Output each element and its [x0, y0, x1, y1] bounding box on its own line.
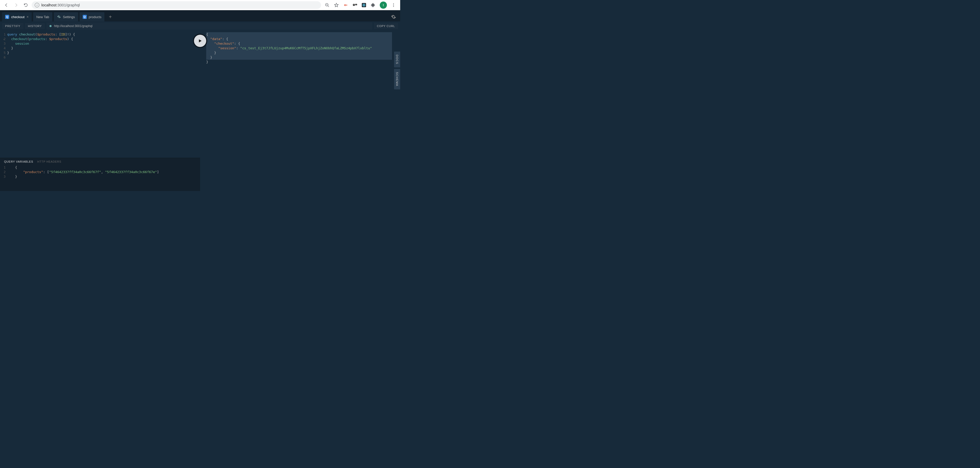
- graphql-playground: Q checkout × New Tab Settings Q products…: [0, 10, 400, 191]
- extension-icon-3[interactable]: [361, 3, 366, 8]
- variables-code[interactable]: { "products": ["5f4642337ff34a0c3c66f67f…: [7, 165, 200, 190]
- tab-query-variables[interactable]: QUERY VARIABLES: [4, 160, 33, 163]
- line-gutter: 1 2 3: [0, 165, 7, 190]
- line-gutter: 1 ▾ 2 3 4 5 6: [0, 32, 7, 156]
- playground-toolbar: PRETTIFY HISTORY http://localhost:3001/g…: [0, 21, 400, 31]
- profile-avatar[interactable]: t: [380, 2, 387, 9]
- endpoint-input[interactable]: http://localhost:3001/graphql: [46, 22, 372, 30]
- svg-line-1: [328, 6, 329, 7]
- tab-label: Settings: [63, 15, 75, 19]
- svg-point-5: [354, 4, 355, 5]
- svg-point-9: [363, 5, 364, 5]
- query-icon: Q: [83, 15, 87, 19]
- extension-icon-1[interactable]: [343, 3, 348, 8]
- extensions-menu-icon[interactable]: [371, 3, 375, 8]
- result-code: { "data": { "checkout": { "session": "cs…: [206, 32, 400, 64]
- gear-icon: [57, 15, 61, 19]
- browser-toolbar: i localhost:3001/graphql 2 t: [0, 0, 400, 10]
- bookmark-icon[interactable]: [334, 3, 339, 8]
- query-editor[interactable]: 1 ▾ 2 3 4 5 6 query checkout($products: …: [0, 31, 200, 158]
- browser-actions: 2 t: [323, 2, 398, 9]
- endpoint-url: http://localhost:3001/graphql: [54, 24, 93, 28]
- address-bar[interactable]: i localhost:3001/graphql: [32, 1, 321, 9]
- tab-label: products: [89, 15, 102, 19]
- browser-menu-icon[interactable]: [391, 3, 396, 8]
- variables-tabs: QUERY VARIABLES HTTP HEADERS: [0, 158, 200, 164]
- tab-http-headers[interactable]: HTTP HEADERS: [37, 160, 61, 163]
- history-button[interactable]: HISTORY: [25, 23, 45, 29]
- close-icon[interactable]: ×: [27, 15, 29, 19]
- add-tab-button[interactable]: +: [106, 13, 115, 21]
- extension-icon-2[interactable]: 2: [352, 3, 357, 8]
- tab-products[interactable]: Q products: [80, 12, 105, 21]
- forward-button[interactable]: [12, 1, 20, 9]
- query-icon: Q: [5, 15, 9, 19]
- query-code[interactable]: query checkout($products: [ID]!) { check…: [7, 32, 200, 156]
- svg-point-14: [393, 5, 394, 5]
- query-editor-pane: 1 ▾ 2 3 4 5 6 query checkout($products: …: [0, 31, 200, 191]
- schema-tab[interactable]: SCHEMA: [394, 69, 400, 89]
- zoom-icon[interactable]: [325, 3, 330, 8]
- svg-point-13: [393, 3, 394, 4]
- playground-settings-button[interactable]: [389, 12, 398, 21]
- tab-settings[interactable]: Settings: [54, 12, 78, 21]
- svg-point-15: [393, 6, 394, 6]
- variables-editor[interactable]: 1 2 3 { "products": ["5f4642337ff34a0c3c…: [0, 164, 200, 191]
- back-button[interactable]: [3, 1, 10, 9]
- svg-point-4: [353, 4, 354, 5]
- url-text: localhost:3001/graphql: [41, 3, 80, 7]
- prettify-button[interactable]: PRETTIFY: [2, 23, 24, 29]
- tab-label: checkout: [11, 15, 24, 19]
- status-dot-icon: [49, 25, 52, 27]
- svg-point-3: [353, 4, 355, 6]
- svg-text:2: 2: [356, 3, 356, 5]
- result-pane: ▾ ▾ ▾ { "data": { "checkout": { "session…: [200, 31, 400, 191]
- tab-new[interactable]: New Tab: [33, 12, 52, 21]
- reload-button[interactable]: [22, 1, 30, 9]
- execute-button[interactable]: [194, 35, 206, 47]
- variables-pane: QUERY VARIABLES HTTP HEADERS 1 2 3 { "pr…: [0, 158, 200, 191]
- result-viewer[interactable]: ▾ ▾ ▾ { "data": { "checkout": { "session…: [200, 32, 400, 64]
- tab-checkout[interactable]: Q checkout ×: [2, 12, 32, 21]
- tab-label: New Tab: [36, 15, 49, 19]
- main-panels: 1 ▾ 2 3 4 5 6 query checkout($products: …: [0, 31, 400, 191]
- playground-tabs: Q checkout × New Tab Settings Q products…: [0, 10, 400, 21]
- site-info-icon[interactable]: i: [35, 3, 39, 7]
- copy-curl-button[interactable]: COPY CURL: [374, 23, 398, 29]
